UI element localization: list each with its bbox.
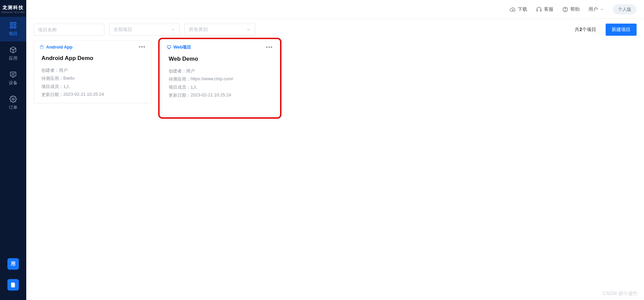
svg-rect-6 bbox=[537, 9, 538, 11]
project-title: Web Demo bbox=[161, 53, 278, 67]
brand-name: 龙测科技 bbox=[0, 5, 26, 11]
members-label: 项目成员 bbox=[41, 84, 63, 90]
creator-label: 创建者 bbox=[169, 68, 186, 74]
category-filter-value: 所有类别 bbox=[189, 27, 208, 33]
updated-label: 更新日期 bbox=[169, 92, 191, 98]
svg-rect-7 bbox=[540, 9, 541, 11]
watermark: CSDN @小虚竹 bbox=[603, 291, 638, 297]
svg-rect-12 bbox=[167, 46, 171, 48]
header-download[interactable]: 下载 bbox=[510, 6, 527, 12]
project-type-tag: Android App bbox=[39, 44, 82, 50]
target-app-label: 待测应用 bbox=[41, 76, 63, 82]
header-support[interactable]: 客服 bbox=[536, 6, 553, 12]
header-user-menu[interactable]: 用户 bbox=[588, 6, 604, 12]
monitor-icon bbox=[9, 71, 17, 78]
monitor-icon bbox=[167, 45, 171, 50]
top-header: 下载 客服 帮助 用户 个人版 bbox=[26, 0, 644, 19]
svg-rect-1 bbox=[14, 23, 16, 25]
project-title: Android App Demo bbox=[34, 52, 151, 66]
target-app-label: 待测应用 bbox=[169, 76, 191, 82]
count-value: 2 bbox=[579, 27, 582, 32]
project-type-label: Web项目 bbox=[173, 44, 191, 50]
sidebar-user-badge[interactable]: 用 bbox=[7, 258, 19, 270]
sidebar-item-apps[interactable]: 应用 bbox=[0, 41, 26, 66]
sidebar-item-projects[interactable]: 项目 bbox=[0, 17, 26, 41]
user-badge-label: 用 bbox=[11, 261, 15, 267]
android-icon bbox=[39, 44, 44, 49]
brand-subtitle: DRAGON TESTING bbox=[0, 11, 26, 13]
updated-value: 2023-02-21 10:25:24 bbox=[191, 92, 231, 98]
project-card[interactable]: Web项目 ••• Web Demo 创建者用户 待测应用https://www… bbox=[161, 40, 279, 116]
headset-icon bbox=[536, 6, 542, 12]
updated-value: 2023-02-21 10:25:24 bbox=[63, 92, 104, 98]
sidebar-notes-button[interactable] bbox=[7, 279, 19, 291]
project-card[interactable]: Android App ••• Android App Demo 创建者用户 待… bbox=[34, 40, 151, 103]
category-filter-select[interactable]: 所有类别 bbox=[184, 24, 255, 36]
svg-point-11 bbox=[42, 46, 42, 46]
project-filter-select[interactable]: 全部项目 bbox=[109, 24, 180, 36]
svg-point-10 bbox=[41, 46, 41, 46]
cloud-download-icon bbox=[510, 6, 516, 12]
svg-point-5 bbox=[12, 98, 14, 100]
sidebar-item-label: 应用 bbox=[9, 56, 18, 61]
svg-rect-0 bbox=[10, 23, 12, 25]
toolbar: 全部项目 所有类别 共2个项目 新建项目 bbox=[26, 19, 644, 40]
members-value: 1人 bbox=[191, 84, 197, 90]
svg-point-9 bbox=[565, 10, 565, 11]
header-user-label: 用户 bbox=[588, 6, 598, 12]
sidebar-item-label: 设备 bbox=[9, 80, 18, 85]
header-support-label: 客服 bbox=[544, 6, 553, 12]
header-help-label: 帮助 bbox=[570, 6, 580, 12]
grid-icon bbox=[9, 22, 17, 29]
notes-icon bbox=[10, 282, 16, 288]
header-download-label: 下载 bbox=[518, 6, 527, 12]
version-pill[interactable]: 个人版 bbox=[613, 4, 637, 14]
sidebar-item-devices[interactable]: 设备 bbox=[0, 66, 26, 91]
target-app-value: Baidu bbox=[63, 76, 74, 82]
members-value: 1人 bbox=[63, 84, 70, 90]
svg-rect-3 bbox=[14, 26, 16, 28]
cards-container: Android App ••• Android App Demo 创建者用户 待… bbox=[26, 40, 644, 116]
svg-rect-2 bbox=[10, 26, 12, 28]
brand-logo: 龙测科技 DRAGON TESTING bbox=[0, 0, 26, 17]
count-suffix: 个项目 bbox=[582, 27, 596, 32]
creator-label: 创建者 bbox=[41, 67, 59, 73]
search-input[interactable] bbox=[34, 24, 104, 36]
chevron-down-icon bbox=[171, 27, 175, 32]
sidebar-item-label: 订单 bbox=[9, 105, 18, 110]
project-type-label: Android App bbox=[46, 44, 72, 50]
sidebar: 龙测科技 DRAGON TESTING 项目 应用 设备 订单 用 bbox=[0, 0, 26, 300]
creator-value: 用户 bbox=[59, 67, 68, 73]
cube-icon bbox=[9, 46, 17, 54]
card-more-button[interactable]: ••• bbox=[139, 44, 146, 50]
sidebar-item-label: 项目 bbox=[9, 31, 18, 36]
main-area: 下载 客服 帮助 用户 个人版 全部项目 bbox=[26, 0, 644, 300]
project-count: 共2个项目 bbox=[575, 27, 596, 33]
card-more-button[interactable]: ••• bbox=[266, 44, 273, 50]
header-help[interactable]: 帮助 bbox=[562, 6, 580, 12]
chevron-down-icon bbox=[600, 7, 604, 11]
chevron-down-icon bbox=[246, 27, 251, 32]
members-label: 项目成员 bbox=[169, 84, 191, 90]
version-label: 个人版 bbox=[618, 7, 631, 12]
project-filter-value: 全部项目 bbox=[113, 27, 132, 33]
help-icon bbox=[562, 6, 568, 12]
sidebar-item-orders[interactable]: 订单 bbox=[0, 91, 26, 115]
new-project-button[interactable]: 新建项目 bbox=[606, 24, 637, 36]
target-app-value: https://www.ctrip.com/ bbox=[191, 76, 233, 82]
project-type-tag: Web项目 bbox=[167, 44, 201, 50]
updated-label: 更新日期 bbox=[41, 92, 63, 98]
count-prefix: 共 bbox=[575, 27, 579, 32]
gear-icon bbox=[9, 95, 17, 103]
creator-value: 用户 bbox=[186, 68, 195, 74]
